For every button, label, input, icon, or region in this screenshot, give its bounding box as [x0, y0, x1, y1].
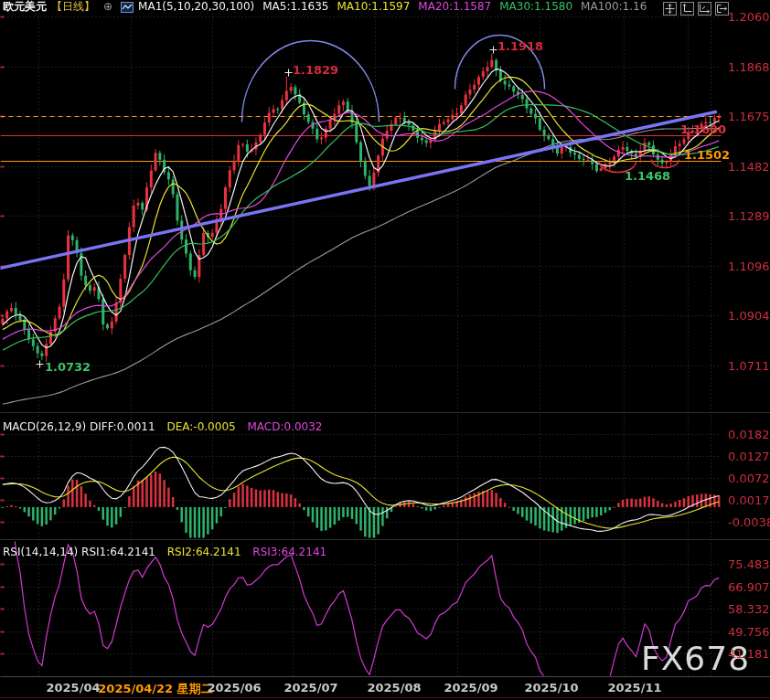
header-bar: 欧元美元 【日线】 ⊕ MA1(5,10,20,30,100) MA5:1.16… — [3, 0, 647, 14]
scale-price-axis-button[interactable] — [680, 2, 694, 16]
scale-price-axis-icon — [682, 4, 692, 14]
rsi3-readout: RSI3:64.2141 — [252, 546, 326, 558]
scale-time-axis-button[interactable] — [698, 2, 711, 16]
rsi2-readout: RSI2:64.2141 — [167, 546, 241, 558]
pop-out-button[interactable] — [715, 2, 729, 16]
low-price-label: 1.0732 — [45, 360, 91, 374]
price-axis-label: 1.1868 — [728, 60, 770, 74]
macd-dea-readout: DEA:-0.0005 — [166, 420, 235, 433]
rsi-header: RSI(14,14,14) RSI1:64.2141 RSI2:64.2141 … — [3, 546, 335, 558]
macd-axis-label: 0.0017 — [728, 493, 770, 507]
rsi-axis-label: 58.3323 — [728, 602, 770, 616]
pan-crosshair-icon — [665, 4, 675, 14]
price-axis-label: 1.2060 — [728, 10, 770, 24]
price-axis-label: 1.1675 — [728, 110, 770, 123]
chart-toolbar — [663, 2, 729, 16]
macd-axis-label: -0.0038 — [728, 515, 770, 529]
pan-crosshair-button[interactable] — [663, 2, 677, 16]
ma100-value: MA100:1.16 — [581, 0, 647, 14]
ma10-value: MA10:1.1597 — [337, 0, 410, 14]
time-axis-label: 2025/08 — [367, 681, 421, 695]
time-axis-label: 2025/04 — [46, 681, 100, 695]
time-axis-label: 2025/10 — [524, 681, 578, 695]
price-axis-label: 1.1096 — [728, 260, 770, 273]
macd-axis-label: 0.0127 — [728, 450, 770, 463]
peak-price-label: 1.1918 — [497, 39, 543, 53]
rsi-axis-label: 75.4832 — [728, 557, 770, 571]
symbol-name: 欧元美元 — [3, 0, 47, 14]
time-axis-label: 2025/09 — [444, 681, 497, 695]
peak-price-label: 1.1829 — [293, 63, 338, 77]
price-axis-label: 1.0711 — [728, 359, 770, 373]
pop-out-icon — [717, 4, 727, 14]
rsi1-readout: RSI(14,14,14) RSI1:64.2141 — [3, 546, 155, 558]
chart-app: 欧元美元 【日线】 ⊕ MA1(5,10,20,30,100) MA5:1.16… — [0, 0, 770, 700]
macd-diff-readout: MACD(26,12,9) DIFF:0.0011 — [3, 420, 155, 433]
ma5-value: MA5:1.1635 — [262, 0, 328, 14]
macd-axis-label: 0.0182 — [728, 428, 770, 441]
price-chart-canvas[interactable] — [0, 0, 770, 700]
ma30-value: MA30:1.1580 — [499, 0, 572, 14]
hline-price-label: 1.1502 — [684, 148, 730, 162]
ma20-value: MA20:1.1587 — [418, 0, 491, 14]
timeframe-label[interactable]: 【日线】 — [51, 0, 95, 14]
time-axis-label: 2025/11 — [607, 681, 661, 695]
rsi-axis-label: 41.1813 — [728, 647, 770, 661]
ma-settings-label: MA1(5,10,20,30,100) — [138, 0, 254, 14]
selected-date-label: 2025/04/22 星期二 — [98, 681, 212, 697]
price-axis-label: 1.1482 — [728, 160, 770, 174]
time-axis-label: 2025/07 — [283, 681, 337, 695]
rsi-axis-label: 66.9077 — [728, 580, 770, 594]
price-axis-label: 1.1289 — [728, 209, 770, 223]
macd-hist-readout: MACD:0.0032 — [247, 420, 322, 433]
hline-price-label: 1.1600 — [680, 122, 726, 136]
rsi-axis-label: 49.7568 — [728, 625, 770, 639]
add-indicator-icon[interactable]: ⊕ — [103, 0, 112, 14]
chart-type-icon[interactable] — [121, 2, 134, 13]
price-axis-label: 1.0904 — [728, 309, 770, 323]
macd-axis-label: 0.0072 — [728, 472, 770, 485]
scale-time-axis-icon — [700, 4, 710, 14]
time-axis-label: 2025/06 — [207, 681, 261, 695]
low-price-label: 1.1468 — [625, 169, 670, 183]
macd-header: MACD(26,12,9) DIFF:0.0011 DEA:-0.0005 MA… — [3, 420, 331, 433]
